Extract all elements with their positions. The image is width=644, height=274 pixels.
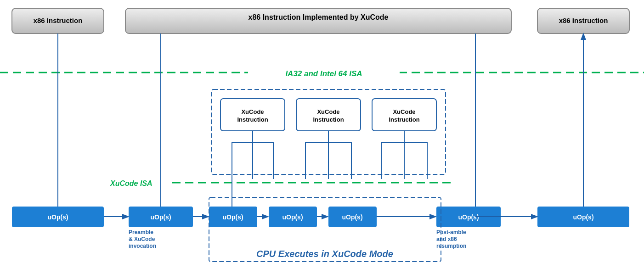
postamble-label-line1: Post-amble <box>436 229 466 235</box>
preamble-label-line3: invocation <box>129 243 156 249</box>
uop-preamble-label: uOp(s) <box>150 213 171 221</box>
postamble-label-line2: and x86 <box>436 236 457 242</box>
xucode-isa-label: XuCode ISA <box>110 179 153 187</box>
svg-rect-0 <box>0 0 644 274</box>
architecture-diagram: x86 Instruction x86 Instruction Implemen… <box>0 0 644 274</box>
uop-1-label: uOp(s) <box>222 213 243 221</box>
postamble-label-line3: resumption <box>436 243 466 249</box>
uop-2-label: uOp(s) <box>282 213 303 221</box>
xucode-instr-2-line2: Instruction <box>313 116 344 123</box>
xucode-instr-3-line2: Instruction <box>389 116 419 123</box>
xucode-instr-2-line1: XuCode <box>317 108 339 115</box>
xucode-instr-1-line1: XuCode <box>241 108 264 115</box>
uop-right-label: uOp(s) <box>573 213 593 221</box>
x86-center-label: x86 Instruction Implemented by XuCode <box>249 13 389 21</box>
uop-left-label: uOp(s) <box>47 213 68 221</box>
x86-right-label: x86 Instruction <box>559 17 608 24</box>
xucode-instr-1-line2: Instruction <box>237 116 268 123</box>
diagram-svg: x86 Instruction x86 Instruction Implemen… <box>0 0 644 274</box>
ia32-isa-label: IA32 and Intel 64 ISA <box>285 69 362 78</box>
x86-left-label: x86 Instruction <box>34 17 83 24</box>
xucode-instr-3-line1: XuCode <box>393 108 415 115</box>
uop-3-label: uOp(s) <box>342 213 362 221</box>
preamble-label-line1: Preamble <box>129 229 153 235</box>
preamble-label-line2: & XuCode <box>129 236 155 242</box>
cpu-executes-label: CPU Executes in XuCode Mode <box>256 249 393 259</box>
